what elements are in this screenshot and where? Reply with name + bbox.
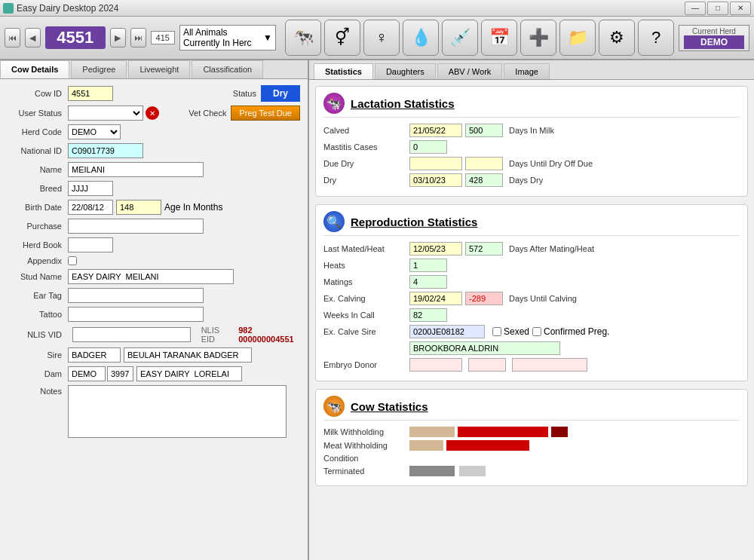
help-toolbar-icon[interactable]: ?	[638, 20, 674, 56]
cow-id-display: 4551	[45, 26, 106, 49]
last-mated-label: Last Mated/Heat	[323, 244, 406, 253]
appendix-checkbox[interactable]	[68, 256, 77, 265]
current-herd-value[interactable]: DEMO	[684, 35, 744, 49]
nav-next-button[interactable]: ▶	[110, 28, 126, 47]
tab-statistics[interactable]: Statistics	[314, 63, 373, 79]
embryo-donor-field2[interactable]	[468, 358, 506, 372]
sire-name-field[interactable]	[124, 347, 252, 363]
tab-pedigree[interactable]: Pedigree	[71, 60, 127, 78]
tab-abv-work[interactable]: ABV / Work	[437, 63, 503, 79]
ex-calve-sire-label: Ex. Calve Sire	[323, 327, 406, 336]
maximize-button[interactable]: □	[707, 2, 728, 15]
toolbar: ⏮ ◀ 4551 ▶ ⏭ 415 All Animals Currently I…	[0, 17, 754, 60]
user-status-label: User Status	[8, 109, 68, 118]
days-until-dry-label: Days Until Dry Off Due	[509, 159, 593, 168]
due-dry-date-field[interactable]	[409, 157, 462, 170]
sire-code-field[interactable]	[68, 347, 121, 363]
needle-toolbar-icon[interactable]: 💉	[442, 20, 478, 56]
user-status-select[interactable]	[68, 106, 143, 121]
notes-field[interactable]	[68, 385, 287, 438]
matings-row: Matings	[323, 275, 740, 289]
name-label: Name	[8, 165, 68, 174]
name-field[interactable]	[68, 162, 204, 177]
terminated-bar-gray	[409, 466, 455, 476]
cow-id-field[interactable]	[68, 86, 113, 101]
herd-code-select[interactable]: DEMO	[68, 124, 121, 139]
purchase-label: Purchase	[8, 222, 68, 231]
tab-cow-details[interactable]: Cow Details	[0, 60, 69, 78]
embryo-donor-field1[interactable]	[409, 358, 462, 372]
last-mated-date-field[interactable]	[409, 242, 462, 256]
stud-name-label: Stud Name	[8, 272, 68, 281]
milk-withholding-bar	[409, 427, 568, 437]
mastitis-label: Mastitis Cases	[323, 142, 406, 151]
nlis-vid-field[interactable]	[72, 327, 191, 342]
medical-toolbar-icon[interactable]: ➕	[520, 20, 556, 56]
reproduction-section: 🔍 Reproduction Statistics Last Mated/Hea…	[315, 204, 748, 381]
calved-date-field[interactable]	[409, 124, 462, 137]
statistics-content: 🐄 Lactation Statistics Calved Days In Mi…	[309, 80, 754, 500]
nlis-vid-label: NLIS VID	[8, 330, 68, 339]
preg-test-button[interactable]: Preg Test Due	[231, 106, 300, 121]
user-status-clear-icon[interactable]: ✕	[146, 106, 159, 120]
sexed-checkbox[interactable]	[492, 327, 501, 336]
notes-label: Notes	[8, 385, 68, 396]
dam-name-field[interactable]	[136, 366, 242, 381]
embryo-donor-field3[interactable]	[512, 358, 587, 372]
nav-last-button[interactable]: ⏭	[130, 28, 146, 47]
heats-row: Heats	[323, 259, 740, 272]
meat-withholding-row: Meat Withholding	[323, 440, 740, 451]
ex-calving-date-field[interactable]	[409, 292, 462, 305]
cow-toolbar-icon[interactable]: 🐄	[285, 20, 321, 56]
lactation-title: Lactation Statistics	[351, 97, 455, 110]
left-panel: Cow Details Pedigree Liveweight Classifi…	[0, 60, 309, 560]
herd-book-field[interactable]	[68, 237, 113, 252]
ear-tag-label: Ear Tag	[8, 291, 68, 300]
nav-first-button[interactable]: ⏮	[5, 28, 20, 47]
days-until-calving-label: Days Until Calving	[509, 294, 577, 303]
weeks-in-call-row: Weeks In Call	[323, 308, 740, 322]
dam-herd-field[interactable]	[68, 366, 106, 381]
milk-withholding-label: Milk Withholding	[323, 427, 406, 436]
current-herd-label: Current Herd	[692, 27, 736, 35]
app-icon	[3, 3, 14, 14]
settings-toolbar-icon[interactable]: ⚙	[599, 20, 635, 56]
ex-calve-sire-field[interactable]	[409, 325, 485, 338]
drop-toolbar-icon[interactable]: 💧	[403, 20, 439, 56]
mastitis-field[interactable]	[409, 140, 447, 154]
ear-tag-field[interactable]	[68, 288, 204, 303]
gender-toolbar-icon[interactable]: ⚥	[324, 20, 360, 56]
dry-days-field	[465, 173, 503, 187]
sire-label: Sire	[8, 350, 68, 360]
minimize-button[interactable]: —	[685, 2, 706, 15]
sire-name-display-field	[409, 341, 560, 355]
breed-label: Breed	[8, 184, 68, 193]
days-dry-label: Days Dry	[509, 176, 543, 185]
confirmed-preg-checkbox[interactable]	[532, 327, 541, 336]
tab-image[interactable]: Image	[504, 63, 550, 79]
breed-field[interactable]	[68, 181, 113, 196]
tab-liveweight[interactable]: Liveweight	[128, 60, 190, 78]
tab-classification[interactable]: Classification	[192, 60, 263, 78]
birth-date-field[interactable]	[68, 200, 113, 215]
purchase-field[interactable]	[68, 219, 204, 234]
female-toolbar-icon[interactable]: ♀	[363, 20, 400, 56]
calendar-toolbar-icon[interactable]: 📅	[481, 20, 517, 56]
herd-filter-dropdown[interactable]: All Animals Currently In Herc ▼	[179, 25, 276, 50]
terminated-label: Terminated	[323, 467, 406, 476]
cow-stats-title: Cow Statistics	[351, 400, 428, 413]
right-panel: Statistics Daughters ABV / Work Image 🐄 …	[309, 60, 754, 560]
heats-label: Heats	[323, 261, 406, 270]
status-button[interactable]: Dry	[261, 85, 300, 102]
close-button[interactable]: ✕	[730, 2, 751, 15]
folder-toolbar-icon[interactable]: 📁	[559, 20, 596, 56]
nav-prev-button[interactable]: ◀	[25, 28, 41, 47]
national-id-field[interactable]	[68, 143, 143, 158]
stud-name-field[interactable]	[68, 269, 234, 284]
dam-num-field[interactable]	[107, 366, 133, 381]
reproduction-header: 🔍 Reproduction Statistics	[323, 211, 740, 236]
tattoo-field[interactable]	[68, 307, 204, 322]
dry-date-field[interactable]	[409, 173, 462, 187]
tab-daughters[interactable]: Daughters	[375, 63, 436, 79]
animal-count: 415	[151, 31, 175, 44]
